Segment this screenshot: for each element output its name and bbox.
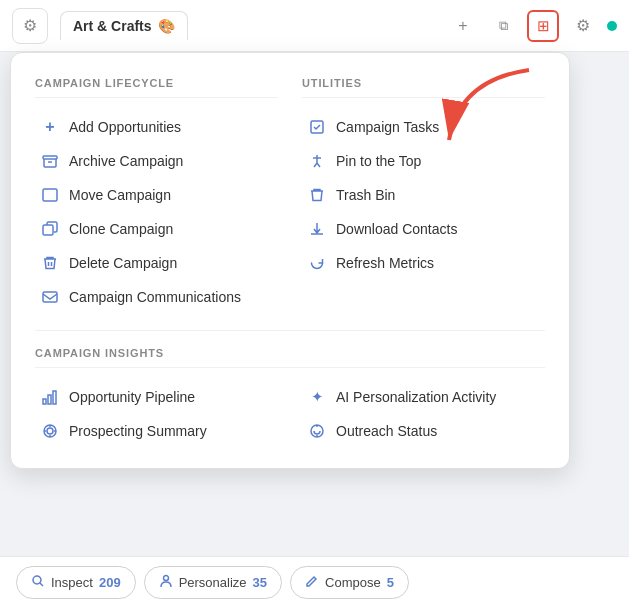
- gear-button[interactable]: ⚙: [12, 8, 48, 44]
- lifecycle-title: CAMPAIGN LIFECYCLE: [35, 77, 278, 98]
- campaign-communications-label: Campaign Communications: [69, 289, 241, 305]
- top-bar: ⚙ Art & Crafts 🎨 + ⧉ ⊞ ⚙: [0, 0, 629, 52]
- campaign-communications-item[interactable]: Campaign Communications: [35, 280, 278, 314]
- add-opportunities-item[interactable]: + Add Opportunities: [35, 110, 278, 144]
- pipeline-icon: [41, 388, 59, 406]
- svg-rect-8: [53, 391, 56, 404]
- outreach-status-item[interactable]: Outreach Status: [302, 414, 545, 448]
- add-icon: +: [458, 17, 467, 35]
- insights-columns: Opportunity Pipeline Prospecting Summary: [35, 380, 545, 448]
- outreach-status-label: Outreach Status: [336, 423, 437, 439]
- inspect-count: 209: [99, 575, 121, 590]
- opportunity-pipeline-item[interactable]: Opportunity Pipeline: [35, 380, 278, 414]
- campaign-tasks-label: Campaign Tasks: [336, 119, 439, 135]
- refresh-metrics-label: Refresh Metrics: [336, 255, 434, 271]
- prospecting-icon: [41, 422, 59, 440]
- grid-button[interactable]: ⊞: [527, 10, 559, 42]
- status-dot: [607, 21, 617, 31]
- add-icon: +: [41, 118, 59, 136]
- prospecting-summary-item[interactable]: Prospecting Summary: [35, 414, 278, 448]
- personalize-button[interactable]: Personalize 35: [144, 566, 282, 599]
- top-bar-left: ⚙ Art & Crafts 🎨: [12, 8, 188, 44]
- archive-campaign-label: Archive Campaign: [69, 153, 183, 169]
- move-campaign-label: Move Campaign: [69, 187, 171, 203]
- personalize-count: 35: [253, 575, 267, 590]
- tab-label: Art & Crafts: [73, 18, 152, 34]
- pin-top-label: Pin to the Top: [336, 153, 421, 169]
- bottom-bar: Inspect 209 Personalize 35 Compose 5: [0, 556, 629, 608]
- settings-icon: ⚙: [576, 16, 590, 35]
- download-contacts-item[interactable]: Download Contacts: [302, 212, 545, 246]
- personalize-label: Personalize: [179, 575, 247, 590]
- dropdown-menu: CAMPAIGN LIFECYCLE + Add Opportunities A…: [10, 52, 570, 469]
- add-button[interactable]: +: [447, 10, 479, 42]
- tasks-icon: [308, 118, 326, 136]
- utilities-column: UTILITIES Campaign Tasks Pin t: [278, 77, 545, 314]
- compose-button[interactable]: Compose 5: [290, 566, 409, 599]
- tab-title: Art & Crafts 🎨: [60, 11, 188, 40]
- insights-section: CAMPAIGN INSIGHTS Opportunity Pipeline: [11, 347, 569, 448]
- refresh-metrics-item[interactable]: Refresh Metrics: [302, 246, 545, 280]
- add-opportunities-label: Add Opportunities: [69, 119, 181, 135]
- insights-right-column: ✦ AI Personalization Activity Outreach S…: [278, 380, 545, 448]
- svg-point-13: [163, 576, 168, 581]
- download-contacts-label: Download Contacts: [336, 221, 457, 237]
- campaign-tasks-item[interactable]: Campaign Tasks: [302, 110, 545, 144]
- compose-label: Compose: [325, 575, 381, 590]
- clone-campaign-item[interactable]: Clone Campaign: [35, 212, 278, 246]
- utilities-title: UTILITIES: [302, 77, 545, 98]
- svg-rect-2: [43, 189, 57, 201]
- settings-button[interactable]: ⚙: [567, 10, 599, 42]
- prospecting-summary-label: Prospecting Summary: [69, 423, 207, 439]
- trash-icon: [308, 186, 326, 204]
- clone-campaign-label: Clone Campaign: [69, 221, 173, 237]
- clone-icon: [41, 220, 59, 238]
- copy-button[interactable]: ⧉: [487, 10, 519, 42]
- move-icon: [41, 186, 59, 204]
- svg-rect-1: [43, 156, 57, 159]
- opportunity-pipeline-label: Opportunity Pipeline: [69, 389, 195, 405]
- email-icon: [41, 288, 59, 306]
- tab-emoji: 🎨: [158, 18, 175, 34]
- ai-personalization-label: AI Personalization Activity: [336, 389, 496, 405]
- svg-point-12: [33, 576, 41, 584]
- svg-rect-7: [48, 395, 51, 404]
- insights-left-column: Opportunity Pipeline Prospecting Summary: [35, 380, 278, 448]
- svg-rect-4: [43, 292, 57, 302]
- copy-icon: ⧉: [499, 18, 508, 34]
- grid-icon: ⊞: [537, 17, 550, 35]
- insights-title: CAMPAIGN INSIGHTS: [35, 347, 545, 368]
- outreach-icon: [308, 422, 326, 440]
- inspect-label: Inspect: [51, 575, 93, 590]
- svg-point-10: [47, 428, 53, 434]
- archive-campaign-item[interactable]: Archive Campaign: [35, 144, 278, 178]
- delete-icon: [41, 254, 59, 272]
- refresh-icon: [308, 254, 326, 272]
- inspect-button[interactable]: Inspect 209: [16, 566, 136, 599]
- download-icon: [308, 220, 326, 238]
- move-campaign-item[interactable]: Move Campaign: [35, 178, 278, 212]
- pin-top-item[interactable]: Pin to the Top: [302, 144, 545, 178]
- pin-icon: [308, 152, 326, 170]
- menu-columns: CAMPAIGN LIFECYCLE + Add Opportunities A…: [11, 77, 569, 314]
- trash-bin-label: Trash Bin: [336, 187, 395, 203]
- trash-bin-item[interactable]: Trash Bin: [302, 178, 545, 212]
- compose-count: 5: [387, 575, 394, 590]
- svg-rect-3: [43, 225, 53, 235]
- gear-icon: ⚙: [23, 16, 37, 35]
- svg-rect-6: [43, 399, 46, 404]
- delete-campaign-item[interactable]: Delete Campaign: [35, 246, 278, 280]
- inspect-icon: [31, 574, 45, 591]
- section-divider: [35, 330, 545, 331]
- top-bar-right: + ⧉ ⊞ ⚙: [447, 10, 617, 42]
- lifecycle-column: CAMPAIGN LIFECYCLE + Add Opportunities A…: [35, 77, 278, 314]
- ai-personalization-item[interactable]: ✦ AI Personalization Activity: [302, 380, 545, 414]
- compose-icon: [305, 574, 319, 591]
- delete-campaign-label: Delete Campaign: [69, 255, 177, 271]
- archive-icon: [41, 152, 59, 170]
- personalize-icon: [159, 574, 173, 591]
- ai-icon: ✦: [308, 388, 326, 406]
